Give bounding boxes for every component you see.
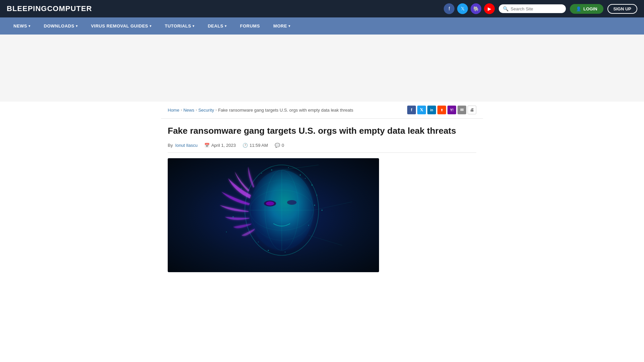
share-linkedin[interactable]: in <box>427 106 436 114</box>
breadcrumb-sep-3: › <box>215 108 217 112</box>
login-label: LOGIN <box>583 6 597 11</box>
breadcrumb: Home › News › Security › Fake ransomware… <box>168 108 353 113</box>
nav-item-virus-removal[interactable]: VIRUS REMOVAL GUIDES ▾ <box>84 17 158 35</box>
share-yahoo[interactable]: Y! <box>447 106 456 114</box>
byline-time: 🕐 11:59 AM <box>243 143 268 148</box>
ad-banner <box>0 35 644 102</box>
twitter-icon[interactable]: 𝕏 <box>457 3 468 14</box>
nav-item-downloads[interactable]: DOWNLOADS ▾ <box>37 17 85 35</box>
chevron-down-icon: ▾ <box>76 24 78 28</box>
search-input[interactable] <box>511 6 562 11</box>
nav-item-forums[interactable]: FORUMS <box>233 17 267 35</box>
chevron-down-icon: ▾ <box>193 24 195 28</box>
svg-point-11 <box>312 184 313 185</box>
breadcrumb-sep-1: › <box>181 108 182 112</box>
share-twitter[interactable]: 𝕏 <box>417 106 426 114</box>
article-meta-bar: Home › News › Security › Fake ransomware… <box>161 102 483 119</box>
site-header: BLEEPINGCOMPUTER f 𝕏 🐘 ▶ 🔍 👤 LOGIN SIGN … <box>0 0 644 17</box>
chevron-down-icon: ▾ <box>225 24 227 28</box>
svg-point-9 <box>266 201 274 205</box>
clock-icon: 🕐 <box>243 143 248 148</box>
svg-point-22 <box>268 250 269 251</box>
svg-point-13 <box>314 204 315 205</box>
chevron-down-icon: ▾ <box>29 24 31 28</box>
svg-point-12 <box>317 195 317 195</box>
signup-button[interactable]: SIGN UP <box>607 4 637 14</box>
site-logo[interactable]: BLEEPINGCOMPUTER <box>7 4 92 13</box>
author-link[interactable]: Ionut Ilascu <box>175 143 198 148</box>
header-right: f 𝕏 🐘 ▶ 🔍 👤 LOGIN SIGN UP <box>444 3 637 14</box>
byline-date: 📅 April 1, 2023 <box>204 143 236 148</box>
chevron-down-icon: ▾ <box>288 24 290 28</box>
byline-comments: 💬 0 <box>275 143 284 148</box>
mastodon-icon[interactable]: 🐘 <box>471 3 481 14</box>
calendar-icon: 📅 <box>204 143 210 148</box>
by-label: By Ionut Ilascu <box>168 143 198 148</box>
login-user-icon: 👤 <box>576 6 581 11</box>
share-facebook[interactable]: f <box>407 106 416 114</box>
chevron-down-icon: ▾ <box>150 24 152 28</box>
social-icons: f 𝕏 🐘 ▶ <box>444 3 495 14</box>
svg-point-24 <box>241 188 242 189</box>
svg-point-17 <box>261 173 262 174</box>
search-icon: 🔍 <box>503 6 508 11</box>
nav-item-tutorials[interactable]: TUTORIALS ▾ <box>158 17 201 35</box>
nav-item-news[interactable]: NEWS ▾ <box>7 17 37 35</box>
breadcrumb-sep-2: › <box>196 108 197 112</box>
breadcrumb-current: Fake ransomware gang targets U.S. orgs w… <box>218 108 353 113</box>
main-nav: NEWS ▾ DOWNLOADS ▾ VIRUS REMOVAL GUIDES … <box>0 17 644 35</box>
svg-point-18 <box>271 169 272 170</box>
svg-point-10 <box>287 200 297 205</box>
breadcrumb-security[interactable]: Security <box>198 108 214 113</box>
logo-bold: COMPUTER <box>47 4 92 13</box>
article-byline: By Ionut Ilascu 📅 April 1, 2023 🕐 11:59 … <box>168 143 476 153</box>
share-buttons: f 𝕏 in ⬆ Y! ✉ 🖨 <box>407 106 476 114</box>
article-title: Fake ransomware gang targets U.S. orgs w… <box>168 125 476 137</box>
svg-point-23 <box>285 252 285 252</box>
svg-point-19 <box>288 167 289 168</box>
svg-point-25 <box>233 216 234 217</box>
svg-point-14 <box>308 225 309 226</box>
login-button[interactable]: 👤 LOGIN <box>570 4 603 14</box>
article-hero-image <box>168 158 379 272</box>
search-box: 🔍 <box>499 4 566 13</box>
article-container: Fake ransomware gang targets U.S. orgs w… <box>161 119 483 286</box>
share-print[interactable]: 🖨 <box>468 106 476 114</box>
nav-item-more[interactable]: MORE ▾ <box>267 17 297 35</box>
svg-point-26 <box>226 232 227 232</box>
svg-point-16 <box>322 209 323 210</box>
breadcrumb-home[interactable]: Home <box>168 108 179 113</box>
comments-icon: 💬 <box>275 143 280 148</box>
svg-point-21 <box>258 242 259 242</box>
svg-point-15 <box>305 178 306 179</box>
youtube-icon[interactable]: ▶ <box>484 3 495 14</box>
logo-plain: BLEEPING <box>7 4 47 13</box>
nav-item-deals[interactable]: DEALS ▾ <box>201 17 233 35</box>
breadcrumb-news[interactable]: News <box>183 108 195 113</box>
svg-point-20 <box>300 174 301 175</box>
share-reddit[interactable]: ⬆ <box>437 106 446 114</box>
facebook-icon[interactable]: f <box>444 3 454 14</box>
share-email[interactable]: ✉ <box>458 106 466 114</box>
